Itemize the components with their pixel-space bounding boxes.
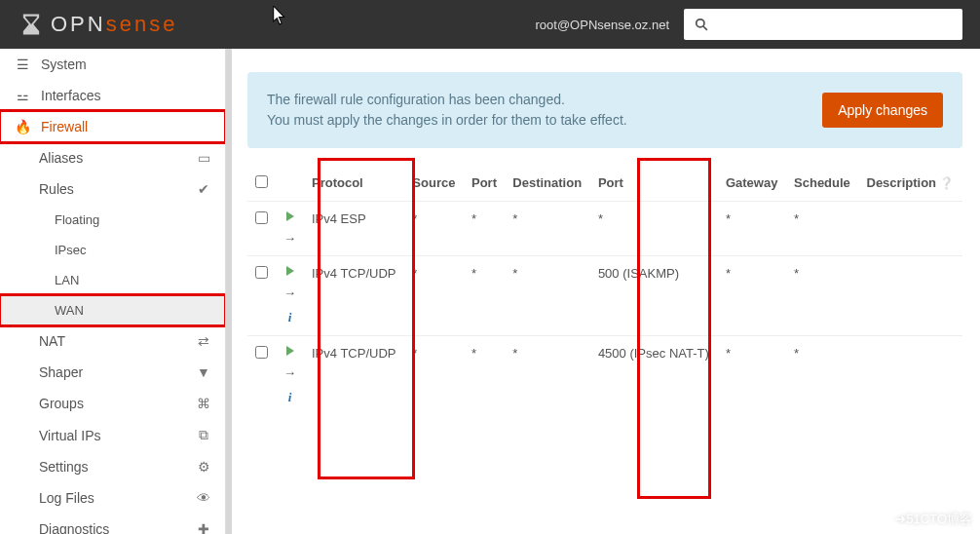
sidebar-item-firewall[interactable]: 🔥Firewall (0, 111, 225, 142)
cell-port2: * (590, 202, 718, 256)
gears-icon: ⚙ (196, 459, 211, 475)
filter-icon: ▼ (196, 364, 211, 380)
cell-gateway: * (718, 256, 786, 336)
cell-schedule: * (786, 336, 858, 416)
table-header-row: Protocol Source Port Destination Port Ga… (247, 166, 962, 202)
row-checkbox[interactable] (255, 266, 268, 279)
sidebar: ☰System ⚍Interfaces 🔥Firewall Aliases▭ R… (0, 49, 226, 534)
cell-gateway: * (718, 202, 786, 256)
interfaces-icon: ⚍ (14, 88, 31, 103)
sidebar-item-interfaces[interactable]: ⚍Interfaces (0, 80, 225, 111)
col-protocol[interactable]: Protocol (304, 166, 404, 202)
cell-port2: 4500 (IPsec NAT-T) (590, 336, 718, 416)
select-all-checkbox[interactable] (255, 175, 268, 188)
cell-source: * (404, 202, 464, 256)
info-icon[interactable]: i (288, 310, 292, 325)
cell-description (859, 336, 963, 416)
col-source[interactable]: Source (404, 166, 464, 202)
rules-table: Protocol Source Port Destination Port Ga… (247, 166, 962, 415)
window-icon: ▭ (196, 150, 211, 166)
cell-schedule: * (786, 202, 858, 256)
sidebar-item-diagnostics[interactable]: Diagnostics✚ (0, 514, 225, 534)
copy-icon: ⧉ (196, 427, 211, 443)
cell-source: * (404, 256, 464, 336)
firewall-icon: 🔥 (14, 119, 31, 134)
medkit-icon: ✚ (196, 521, 211, 534)
search-input[interactable] (719, 9, 962, 40)
cell-destination: * (505, 256, 590, 336)
user-label[interactable]: root@OPNsense.oz.net (536, 18, 669, 32)
cell-description (859, 202, 963, 256)
change-alert: The firewall rule configuration has been… (247, 72, 962, 148)
mouse-cursor (273, 6, 286, 25)
col-description[interactable]: Description❔ (859, 166, 963, 202)
sidebar-item-floating[interactable]: Floating (0, 205, 225, 235)
logo-icon (18, 11, 45, 38)
cell-port: * (464, 202, 505, 256)
col-gateway[interactable]: Gateway (718, 166, 786, 202)
row-checkbox[interactable] (255, 346, 268, 359)
help-icon[interactable]: ❔ (939, 176, 954, 190)
table-row[interactable]: →i IPv4 TCP/UDP * * * 500 (ISAKMP) * * (247, 256, 962, 336)
col-port2[interactable]: Port (590, 166, 718, 202)
col-destination[interactable]: Destination (505, 166, 590, 202)
group-icon: ⌘ (196, 396, 211, 411)
table-row[interactable]: →i IPv4 TCP/UDP * * * 4500 (IPsec NAT-T)… (247, 336, 962, 416)
watermark: ➔51CTO博客 (895, 511, 972, 528)
cell-gateway: * (718, 336, 786, 416)
cell-port2: 500 (ISAKMP) (590, 256, 718, 336)
sidebar-item-lan[interactable]: LAN (0, 265, 225, 295)
cell-protocol: IPv4 TCP/UDP (304, 256, 404, 336)
table-row[interactable]: → IPv4 ESP * * * * * * (247, 202, 962, 256)
row-checkbox[interactable] (255, 211, 268, 224)
alert-line1: The firewall rule configuration has been… (267, 90, 822, 110)
sidebar-item-groups[interactable]: Groups⌘ (0, 388, 225, 419)
cell-protocol: IPv4 ESP (304, 202, 404, 256)
sidebar-item-virtualips[interactable]: Virtual IPs⧉ (0, 419, 225, 451)
pass-icon (286, 211, 294, 221)
direction-icon: → (283, 286, 296, 300)
eye-icon: 👁 (196, 490, 211, 506)
apply-changes-button[interactable]: Apply changes (822, 93, 943, 128)
sidebar-item-settings[interactable]: Settings⚙ (0, 451, 225, 482)
sidebar-item-logfiles[interactable]: Log Files👁 (0, 482, 225, 514)
topbar: OPNsense root@OPNsense.oz.net (0, 0, 980, 49)
cell-destination: * (505, 202, 590, 256)
pass-icon (286, 266, 294, 276)
cell-protocol: IPv4 TCP/UDP (304, 336, 404, 416)
sidebar-item-aliases[interactable]: Aliases▭ (0, 142, 225, 173)
cell-port: * (464, 336, 505, 416)
alert-line2: You must apply the changes in order for … (267, 110, 822, 131)
cell-schedule: * (786, 256, 858, 336)
content-area: The firewall rule configuration has been… (226, 49, 980, 534)
sidebar-item-nat[interactable]: NAT⇄ (0, 325, 225, 357)
col-port[interactable]: Port (464, 166, 505, 202)
search-button[interactable] (684, 9, 719, 40)
cell-source: * (404, 336, 464, 416)
swap-icon: ⇄ (196, 333, 211, 349)
cell-destination: * (505, 336, 590, 416)
info-icon[interactable]: i (288, 390, 292, 405)
sidebar-item-ipsec[interactable]: IPsec (0, 235, 225, 265)
sidebar-item-wan[interactable]: WAN (0, 295, 225, 325)
check-icon: ✔ (196, 181, 211, 197)
col-schedule[interactable]: Schedule (786, 166, 858, 202)
logo-text: OPNsense (51, 12, 177, 37)
list-icon: ☰ (14, 57, 31, 72)
svg-point-0 (697, 19, 704, 27)
direction-icon: → (283, 365, 296, 380)
pass-icon (286, 346, 294, 356)
svg-line-1 (703, 26, 707, 30)
search-icon (695, 18, 708, 31)
cell-description (859, 256, 963, 336)
sidebar-item-system[interactable]: ☰System (0, 49, 225, 80)
cell-port: * (464, 256, 505, 336)
direction-icon: → (283, 231, 296, 246)
sidebar-item-rules[interactable]: Rules✔ (0, 173, 225, 205)
sidebar-item-shaper[interactable]: Shaper▼ (0, 357, 225, 388)
